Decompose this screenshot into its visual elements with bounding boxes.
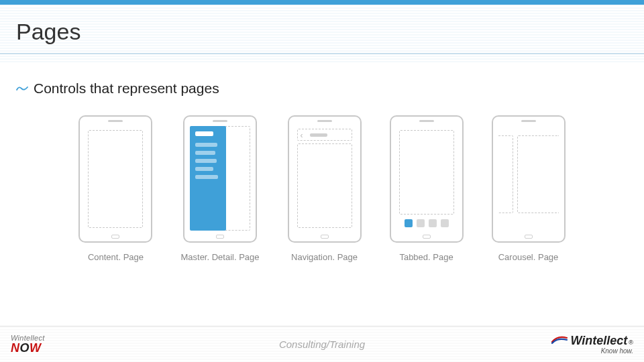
bullet-item: Controls that represent pages [16, 80, 219, 97]
masterdetailpage-col: Master. Detail. Page [180, 115, 259, 262]
contentpage-label: Content. Page [88, 252, 144, 262]
carouselpage-label: Carousel. Page [498, 252, 559, 262]
master-item-line [195, 175, 218, 179]
home-button-icon [216, 235, 224, 239]
nav-title-placeholder [310, 133, 327, 137]
logo-right-brand: Wintellect [571, 335, 628, 347]
tabbedpage-label: Tabbed. Page [399, 252, 453, 262]
home-button-icon [423, 235, 431, 239]
swoosh-icon [551, 334, 568, 347]
phone-earpiece [108, 120, 123, 122]
content-region [88, 130, 143, 228]
logo-left-bottom: NOW [11, 342, 45, 354]
phone-earpiece [317, 120, 332, 122]
master-panel [190, 126, 226, 231]
navigationpage-mock: ‹ [288, 115, 362, 243]
logo-right-tag: Know how. [601, 348, 633, 355]
master-item-line [195, 159, 217, 163]
navigationpage-label: Navigation. Page [291, 252, 358, 262]
home-button-icon [111, 235, 119, 239]
carouselpage-col: Carousel. Page [492, 115, 566, 262]
masterdetailpage-label: Master. Detail. Page [180, 252, 259, 262]
footer-tagline: Consulting/Training [279, 339, 365, 350]
top-accent-bar [0, 0, 644, 5]
bullet-text: Controls that represent pages [34, 80, 219, 97]
footer: Wintellect NOW Consulting/Training Winte… [0, 326, 644, 362]
tab-indicator [429, 219, 437, 227]
master-item-line [195, 151, 215, 155]
tabbedpage-col: Tabbed. Page [390, 115, 464, 262]
nav-bar-region: ‹ [297, 129, 352, 141]
navigationpage-col: ‹ Navigation. Page [288, 115, 362, 262]
tab-indicator [417, 219, 425, 227]
nav-content-region [297, 143, 352, 228]
phone-earpiece [419, 120, 434, 122]
slide: Pages Controls that represent pages Cont… [0, 0, 644, 362]
home-button-icon [525, 235, 533, 239]
registered-mark: ® [629, 340, 633, 346]
detail-region [223, 126, 250, 231]
tab-strip [399, 219, 454, 228]
master-header-line [195, 131, 213, 136]
tab-indicator [441, 219, 449, 227]
contentpage-mock [78, 115, 152, 243]
carousel-peek-region [498, 135, 513, 213]
masterdetailpage-mock [183, 115, 257, 243]
back-chevron-icon: ‹ [301, 131, 303, 139]
home-button-icon [321, 235, 329, 239]
master-item-line [195, 143, 217, 147]
phone-earpiece [521, 120, 536, 122]
wave-bullet-icon [16, 84, 28, 93]
tabbedpage-mock [390, 115, 464, 243]
tab-content-region [399, 130, 454, 215]
carouselpage-mock [492, 115, 566, 243]
phone-earpiece [213, 120, 227, 122]
contentpage-col: Content. Page [78, 115, 152, 262]
master-item-line [195, 167, 213, 171]
page-title: Pages [16, 19, 80, 45]
page-types-diagram: Content. Page Master. [0, 115, 644, 262]
wintellect-now-logo: Wintellect NOW [11, 335, 45, 354]
title-underline [0, 53, 644, 54]
carousel-current-region [517, 135, 559, 213]
wintellect-logo: Wintellect ® Know how. [551, 334, 634, 355]
tab-indicator-active [405, 219, 413, 227]
